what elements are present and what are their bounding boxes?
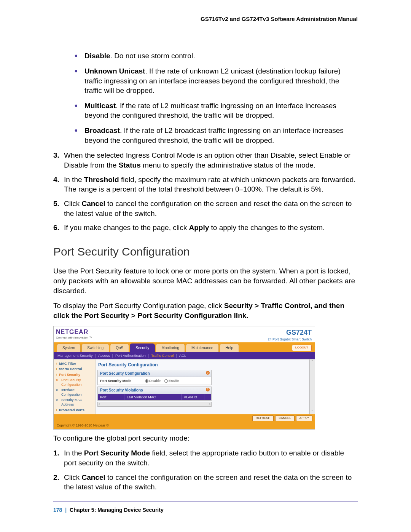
main-tabs: System Switching QoS Security Monitoring… bbox=[57, 343, 240, 352]
steps-list-top: 3.When the selected Ingress Control Mode… bbox=[53, 150, 358, 232]
subnav-acl[interactable]: ACL bbox=[179, 353, 186, 358]
subnav-port-authentication[interactable]: Port Authentication bbox=[115, 353, 146, 358]
scroll-right-icon[interactable]: › bbox=[209, 402, 211, 406]
page-footer: 178 | Chapter 5: Managing Device Securit… bbox=[53, 502, 358, 514]
tab-switching[interactable]: Switching bbox=[81, 343, 109, 352]
brand-logo: NETGEAR bbox=[56, 328, 92, 336]
scroll-up-icon[interactable]: ˄ bbox=[311, 359, 313, 364]
step-6: 6.If you make changes to the page, click… bbox=[53, 223, 358, 233]
model-description: 24 Port Gigabit Smart Switch bbox=[268, 337, 312, 342]
refresh-button[interactable]: REFRESH bbox=[252, 415, 274, 421]
step-4: 4.In the Threshold field, specify the ma… bbox=[53, 175, 358, 194]
after-paragraph: To configure the global port security mo… bbox=[53, 433, 358, 443]
pipe: | bbox=[176, 353, 177, 358]
bullet-text: . Do not use storm control. bbox=[110, 52, 195, 60]
logout-button[interactable]: LOGOUT bbox=[292, 345, 312, 351]
radio-disable-wrap[interactable]: Disable bbox=[145, 379, 161, 383]
bullet-text: . If the rate of L2 multicast traffic in… bbox=[84, 102, 336, 120]
storm-bullet-list: Disable. Do not use storm control. Unkno… bbox=[53, 51, 358, 145]
info-icon[interactable]: ? bbox=[206, 388, 210, 391]
copyright: Copyright © 1996-2010 Netgear ® bbox=[54, 422, 315, 429]
box-heading: Port Security Violations ? bbox=[98, 387, 211, 394]
model-block: GS724T 24 Port Gigabit Smart Switch bbox=[268, 328, 312, 342]
pipe: | bbox=[112, 353, 113, 358]
bullet-bold: Multicast bbox=[84, 102, 116, 110]
field-label: Port Security Mode bbox=[100, 379, 141, 383]
tab-qos[interactable]: QoS bbox=[110, 343, 129, 352]
step-text: menu to specify the administrative statu… bbox=[141, 161, 315, 169]
bullet-broadcast: Broadcast. If the rate of L2 broadcast t… bbox=[75, 126, 358, 145]
main-nav-strip: System Switching QoS Security Monitoring… bbox=[54, 342, 315, 352]
step-text: to apply the changes to the system. bbox=[209, 224, 325, 232]
step-text: to cancel the configuration on the scree… bbox=[64, 473, 352, 491]
bullet-disable: Disable. Do not use storm control. bbox=[75, 51, 358, 61]
footer-separator: | bbox=[65, 507, 67, 513]
sidebar-mac-filter[interactable]: MAC Filter bbox=[56, 361, 94, 366]
subnav-management-security[interactable]: Management Security bbox=[57, 353, 92, 358]
sub-nav: Management Security| Access| Port Authen… bbox=[54, 352, 315, 359]
bullet-unknown-unicast: Unknown Unicast. If the rate of unknown … bbox=[75, 66, 358, 96]
scroll-left-icon[interactable]: ‹ bbox=[98, 402, 100, 406]
bullet-bold: Broadcast bbox=[84, 126, 120, 134]
step-bold: Status bbox=[119, 161, 141, 169]
step-text: Click bbox=[64, 200, 81, 208]
step-bold: Threshold bbox=[84, 176, 119, 184]
pipe: | bbox=[148, 353, 149, 358]
tab-system[interactable]: System bbox=[57, 343, 81, 352]
tab-security[interactable]: Security bbox=[130, 343, 155, 352]
port-security-config-box: Port Security Configuration ? Port Secur… bbox=[97, 370, 212, 385]
sidebar-sub-interface-config[interactable]: Interface Configuration bbox=[56, 387, 94, 397]
sidebar-port-security[interactable]: Port Security bbox=[56, 372, 94, 377]
sidebar: MAC Filter Storm Control Port Security P… bbox=[54, 359, 96, 414]
step-bold: Apply bbox=[189, 224, 209, 232]
bullet-text: . If the rate of L2 broadcast traffic in… bbox=[84, 126, 344, 144]
model-name: GS724T bbox=[268, 328, 312, 337]
info-icon[interactable]: ? bbox=[206, 371, 210, 375]
port-security-violations-box: Port Security Violations ? Port Last Vio… bbox=[97, 387, 212, 401]
brand-block: NETGEAR Connect with Innovation ™ bbox=[56, 328, 92, 340]
horizontal-scrollbar[interactable]: ‹ › bbox=[97, 402, 212, 407]
bullet-bold: Unknown Unicast bbox=[84, 67, 145, 75]
sidebar-sub-port-security-config[interactable]: Port Security Configuration bbox=[56, 377, 94, 387]
running-header: GS716Tv2 and GS724Tv3 Software Administr… bbox=[53, 15, 358, 23]
sidebar-protected-ports[interactable]: Protected Ports bbox=[56, 407, 94, 413]
step-b2: 2.Click Cancel to cancel the configurati… bbox=[53, 473, 358, 492]
steps-list-bottom: 1.In the Port Security Mode field, selec… bbox=[53, 448, 358, 492]
col-port: Port bbox=[98, 394, 124, 400]
tab-help[interactable]: Help bbox=[220, 343, 239, 352]
port-security-mode-row: Port Security Mode Disable Enable bbox=[98, 377, 211, 385]
panel-title: Port Security Configuration bbox=[97, 361, 314, 369]
bullet-bold: Disable bbox=[84, 52, 110, 60]
subnav-traffic-control[interactable]: Traffic Control bbox=[151, 353, 174, 358]
sidebar-storm-control[interactable]: Storm Control bbox=[56, 366, 94, 372]
pipe: | bbox=[95, 353, 96, 358]
embedded-ui-screenshot: NETGEAR Connect with Innovation ™ GS724T… bbox=[53, 326, 315, 430]
step-bold: Port Security Mode bbox=[84, 449, 150, 457]
sidebar-sub-security-mac[interactable]: Security MAC Address bbox=[56, 397, 94, 407]
tab-monitoring[interactable]: Monitoring bbox=[156, 343, 185, 352]
step-text: In the bbox=[64, 449, 84, 457]
page-number: 178 bbox=[53, 507, 62, 513]
radio-enable-wrap[interactable]: Enable bbox=[164, 379, 179, 383]
step-bold: Cancel bbox=[81, 200, 105, 208]
subnav-access[interactable]: Access bbox=[98, 353, 110, 358]
section-title: Port Security Configuration bbox=[53, 244, 358, 260]
intro-paragraph-1: Use the Port Security feature to lock on… bbox=[53, 266, 358, 296]
step-text: In the bbox=[64, 176, 84, 184]
scroll-down-icon[interactable]: ˅ bbox=[311, 410, 313, 414]
step-bold: Cancel bbox=[81, 473, 105, 481]
step-b1: 1.In the Port Security Mode field, selec… bbox=[53, 448, 358, 468]
intro-paragraph-2: To display the Port Security Configurati… bbox=[53, 301, 358, 320]
col-vlan-id: VLAN ID bbox=[182, 394, 204, 400]
apply-button[interactable]: APPLY bbox=[296, 415, 312, 421]
step-text: to cancel the configuration on the scree… bbox=[64, 200, 352, 217]
cancel-button[interactable]: CANCEL bbox=[275, 415, 294, 421]
bullet-multicast: Multicast. If the rate of L2 multicast t… bbox=[75, 101, 358, 120]
nav-path-prefix: To display the Port Security Configurati… bbox=[53, 302, 224, 310]
violations-header-row: Port Last Violation MAC VLAN ID bbox=[98, 394, 211, 400]
radio-icon bbox=[145, 379, 148, 383]
step-text: Click bbox=[64, 473, 81, 481]
tab-maintenance[interactable]: Maintenance bbox=[186, 343, 219, 352]
vertical-scrollbar[interactable]: ˄ ˅ bbox=[309, 359, 315, 414]
brand-tagline: Connect with Innovation ™ bbox=[56, 336, 92, 340]
